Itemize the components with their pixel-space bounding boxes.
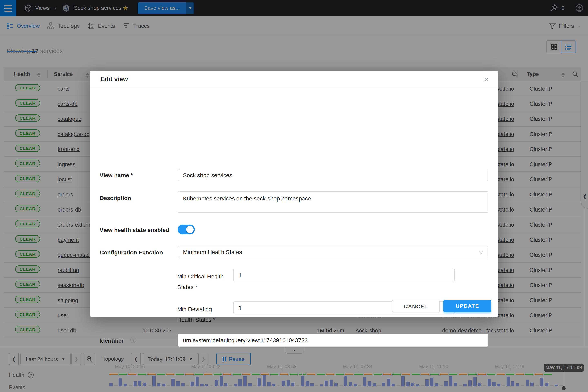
identifier-label: Identifier [100, 337, 124, 344]
min-critical-input[interactable] [233, 269, 455, 281]
close-icon[interactable]: ✕ [482, 75, 491, 84]
toggle-knob [186, 226, 194, 233]
health-state-toggle[interactable] [178, 224, 195, 234]
description-input[interactable]: Kubernetes services on the sock-shop nam… [178, 191, 488, 213]
cancel-button[interactable]: CANCEL [392, 300, 440, 312]
chevron-down-icon: ▽ [480, 246, 483, 259]
identifier-help-icon[interactable]: ? [130, 337, 136, 343]
app-root: Views / Sock shop services ★ Save view a… [0, 0, 588, 392]
edit-view-modal: Edit view ✕ View name * Description Kube… [90, 71, 498, 317]
modal-title: Edit view [100, 76, 128, 83]
health-toggle-label: View health state enabled [100, 226, 169, 233]
identifier-input[interactable] [178, 334, 488, 347]
config-function-label: Configuration Function [100, 249, 163, 256]
config-function-value: Minimum Health States [183, 249, 242, 255]
modal-header: Edit view ✕ [90, 71, 498, 88]
description-label: Description [100, 195, 131, 201]
min-critical-label: Min Critical Health States * [177, 271, 230, 292]
view-name-label: View name * [100, 172, 133, 178]
update-button[interactable]: UPDATE [444, 300, 491, 312]
view-name-input[interactable] [178, 169, 488, 181]
config-function-select[interactable]: Minimum Health States ▽ [178, 246, 488, 258]
modal-footer: CANCEL UPDATE [90, 295, 498, 317]
